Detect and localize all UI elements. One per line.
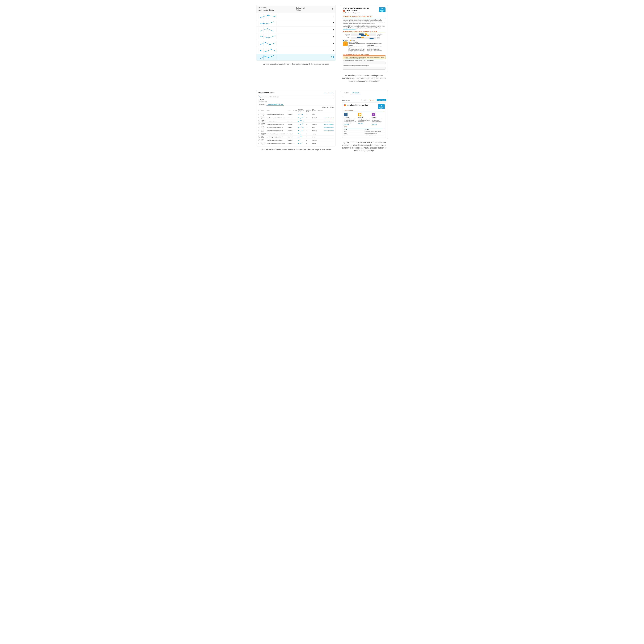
row-profile-2: Controller (312, 119, 317, 123)
svg-point-14 (273, 31, 273, 31)
match-score-7: 10 (330, 56, 334, 58)
row-checkbox-2[interactable] (259, 120, 260, 121)
admin-chevron[interactable]: ▾ (333, 107, 334, 108)
operator-block: 🔶 Daito is a Operator An Operator is a p… (343, 41, 385, 53)
svg-line-0 (261, 15, 268, 17)
header-checkbox-col (258, 109, 260, 113)
row-checkbox-8[interactable] (259, 139, 260, 141)
strategist-profile-name: Strategist (358, 117, 371, 118)
select-all-checkbox[interactable] (259, 110, 260, 111)
row-checkbox-0[interactable] (259, 114, 260, 115)
svg-point-58 (298, 124, 299, 124)
controller-learn-more[interactable]: Learn More (344, 124, 357, 125)
candidates-tab[interactable]: Candidates (258, 103, 266, 106)
row-type-5: Candidate (287, 129, 293, 132)
row-email-7: JosephAllenpidemo@mailinator.com (266, 135, 287, 139)
send-assessment-link-2[interactable]: Send New Assessment (324, 120, 333, 122)
filters-label[interactable]: FILTERS (258, 99, 263, 100)
svg-point-38 (264, 56, 265, 56)
match-score-2: 7 (330, 22, 334, 24)
row-overall-3 (293, 123, 297, 126)
q2-answer-area[interactable] (343, 67, 385, 70)
row-overall-5 (293, 129, 297, 132)
row-name-0: Adams, George (260, 113, 266, 116)
row-profile-9: Captain (312, 142, 317, 145)
match-row-3: 7 (256, 27, 336, 33)
row-type-9: Candidate (287, 142, 293, 145)
jr-will-be-header: Will be (344, 129, 364, 130)
sort-icon[interactable]: ⇕ (332, 8, 333, 10)
svg-point-12 (260, 31, 261, 31)
row-type-1: Employee (287, 116, 293, 119)
columns-chevron[interactable]: ▾ (327, 107, 328, 108)
match-score-6: 6 (330, 49, 334, 51)
row-checkbox-1[interactable] (259, 117, 260, 118)
jr-they-row-1-willbe: Diligent (344, 132, 364, 134)
row-name-3: Gonzalez, Ray (260, 123, 266, 126)
match-panel-caption: A match score that shows how well their … (256, 63, 336, 65)
filter-chevron[interactable]: ▾ (263, 99, 264, 100)
overview-tab[interactable]: Overview (342, 92, 351, 94)
match-panel-header: Behavioral Assessment Status Behavioral … (256, 5, 336, 13)
send-assessment-link-1[interactable]: Send New Assessment (324, 117, 333, 118)
jr-report-header: Merchandise Copywriter PI THE PREDICTIVE… (344, 104, 385, 109)
svg-point-78 (298, 140, 299, 141)
svg-point-7 (260, 23, 261, 24)
table-row: Allen, Joseph JosephAllenpidemo@mailinat… (258, 135, 334, 139)
row-cognitive-9 (317, 142, 323, 145)
assess-toolbar: Assessment Results List View | Chart Vie… (258, 92, 334, 95)
download-icon: ⬇ (378, 100, 379, 101)
row-action-5: Send New Assessment (323, 129, 334, 132)
email-btn[interactable]: ✉ EMAIL (362, 99, 368, 101)
strategist-profile-desc: A Strategist is results-oriented, innova… (358, 118, 371, 122)
job-title-icon (344, 104, 346, 106)
strengths-grid: Strengths: Steady, patient, relaxed, war… (348, 45, 385, 53)
playbook-link[interactable]: playbook.predictiveindex.com (343, 29, 356, 30)
svg-point-65 (303, 128, 304, 128)
language-chevron[interactable]: ▾ (349, 99, 350, 101)
row-overall-0 (293, 113, 297, 116)
row-checkbox-4[interactable] (259, 127, 260, 128)
q1-label: Tell me about a time when you were requi… (343, 60, 385, 61)
svg-point-13 (267, 28, 268, 29)
svg-point-60 (303, 123, 303, 124)
row-checkbox-7[interactable] (259, 136, 260, 138)
row-name-2: Cradmour, Curtis (260, 119, 266, 123)
jr-they-row-2-willbe: Reserved (344, 134, 364, 136)
other-matches-tab[interactable]: Other Matches for This Job (266, 103, 284, 106)
list-view-btn[interactable]: List View (324, 92, 327, 94)
send-assessment-link-4[interactable]: Send New Assessment (324, 127, 333, 128)
send-assessment-link-5[interactable]: Send New Assessment (324, 130, 333, 131)
chart-view-btn[interactable]: Chart View (329, 92, 334, 94)
filters-row: FILTERS ▾ (258, 99, 334, 100)
match-score-3: 7 (330, 29, 334, 31)
row-checkbox-3[interactable] (259, 123, 260, 125)
analyzer-learn-more[interactable]: Learn More (372, 124, 385, 125)
admin-label: Admin (330, 107, 333, 108)
send-assessment-link-3[interactable]: Send New Assessment (324, 124, 333, 125)
row-profile-7: Adapter (312, 135, 317, 139)
strategist-learn-more[interactable]: Learn More (358, 123, 371, 124)
q1-answer-area[interactable] (343, 62, 385, 64)
pattern-graph-4 (258, 34, 281, 39)
q2-label: Describe a situation when you had to ini… (343, 65, 385, 66)
row-action-1: Send New Assessment (323, 116, 334, 119)
row-match-4: 10 (306, 126, 312, 129)
language-label: Language (342, 100, 347, 101)
print-btn[interactable]: 🖨 PRINT (369, 99, 376, 101)
row-name-1: Brown, Jim (260, 116, 266, 119)
row-type-2: Candidate (287, 119, 293, 123)
row-checkbox-6[interactable] (259, 133, 260, 134)
match-row-6: 6 (256, 47, 336, 54)
job-report-tab[interactable]: Job Report (351, 92, 361, 94)
language-selector[interactable]: Language ℹ ▾ (342, 99, 350, 101)
svg-line-22 (270, 43, 275, 45)
download-btn[interactable]: ⬇ DOWNLOAD (377, 99, 386, 101)
row-checkbox-5[interactable] (259, 130, 260, 131)
jr-toolbar: Language ℹ ▾ ✉ EMAIL 🖨 PRINT ⬇ DOW (342, 99, 386, 101)
svg-line-27 (260, 50, 266, 52)
row-checkbox-9[interactable] (259, 143, 260, 144)
search-bar[interactable]: 🔍 Search For People To Add To Job (258, 95, 334, 98)
svg-rect-87 (345, 115, 346, 115)
jr-actions: ✉ EMAIL 🖨 PRINT ⬇ DOWNLOAD (362, 99, 386, 101)
